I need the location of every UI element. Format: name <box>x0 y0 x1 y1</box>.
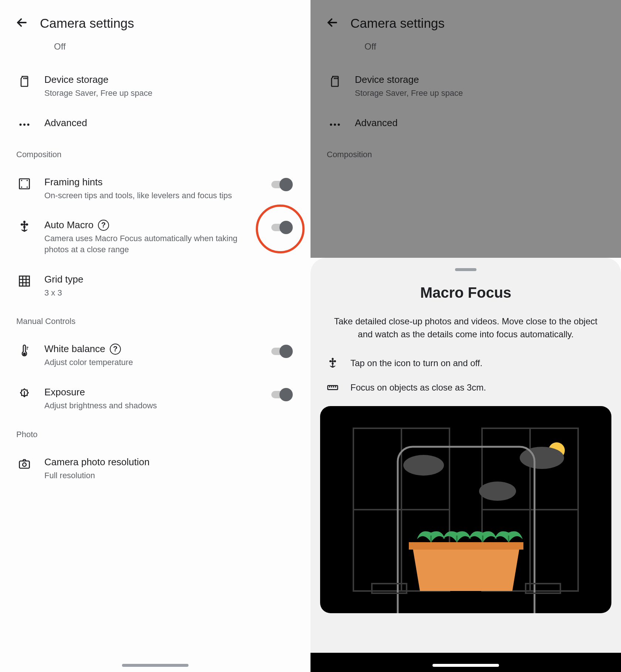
frame-icon <box>17 176 32 190</box>
macro-focus-sheet: Macro Focus Take detailed close-up photo… <box>310 258 621 672</box>
grid-icon <box>17 274 32 288</box>
row-subtitle: Full resolution <box>44 470 244 481</box>
row-framing-hints[interactable]: Framing hints On-screen tips and tools, … <box>0 176 310 201</box>
sheet-description: Take detailed close-up photos and videos… <box>333 315 599 341</box>
bottom-black-bar <box>310 653 621 672</box>
row-subtitle: Storage Saver, Free up space <box>44 88 244 99</box>
row-advanced[interactable]: Advanced <box>0 117 310 131</box>
modal-scrim[interactable] <box>310 0 621 258</box>
svg-point-5 <box>23 221 26 223</box>
flower-icon <box>325 357 340 369</box>
back-arrow-icon[interactable] <box>15 16 29 31</box>
sheet-tip-2: Focus on objects as close as 3cm. <box>320 382 611 394</box>
help-icon[interactable]: ? <box>110 344 121 355</box>
row-subtitle: Adjust brightness and shadows <box>44 400 244 411</box>
sd-card-icon <box>17 74 32 88</box>
svg-rect-11 <box>20 461 30 468</box>
previous-item-value: Off <box>0 41 310 52</box>
row-subtitle: Adjust color temperature <box>44 357 244 368</box>
row-grid-type[interactable]: Grid type 3 x 3 <box>0 274 310 298</box>
svg-point-0 <box>20 124 22 126</box>
svg-rect-3 <box>20 179 30 189</box>
svg-point-12 <box>23 463 26 466</box>
ruler-icon <box>325 382 340 394</box>
svg-rect-35 <box>409 542 523 550</box>
settings-panel-left: Camera settings Off Device storage Stora… <box>0 0 310 672</box>
toggle-framing-hints[interactable] <box>271 178 293 191</box>
nav-pill[interactable] <box>122 664 189 667</box>
sheet-tip-1: Tap on the icon to turn on and off. <box>320 357 611 369</box>
svg-point-7 <box>21 223 23 226</box>
svg-point-2 <box>27 124 30 126</box>
row-title: Camera photo resolution <box>44 456 299 468</box>
toggle-exposure[interactable] <box>271 388 293 401</box>
row-title: Auto Macro ? <box>44 219 299 231</box>
row-auto-macro[interactable]: Auto Macro ? Camera uses Macro Focus aut… <box>0 219 310 255</box>
svg-point-29 <box>403 455 444 476</box>
svg-point-31 <box>479 482 516 501</box>
settings-panel-right: Camera settings Off Device storage Stora… <box>310 0 621 672</box>
row-subtitle: Camera uses Macro Focus automatically wh… <box>44 233 244 255</box>
svg-point-8 <box>26 223 28 226</box>
wb-label: White balance <box>44 343 105 355</box>
dots-icon <box>17 117 32 131</box>
svg-point-19 <box>329 360 332 362</box>
section-photo: Photo <box>0 430 310 439</box>
svg-rect-34 <box>526 584 560 593</box>
svg-point-20 <box>334 360 336 362</box>
row-device-storage[interactable]: Device storage Storage Saver, Free up sp… <box>0 74 310 99</box>
row-subtitle: 3 x 3 <box>44 287 244 298</box>
row-title: Exposure <box>44 386 299 398</box>
svg-point-1 <box>23 124 26 126</box>
toggle-white-balance[interactable] <box>271 345 293 358</box>
header: Camera settings <box>0 0 310 41</box>
flower-icon <box>17 219 32 233</box>
page-title: Camera settings <box>40 16 134 31</box>
tip-text: Focus on objects as close as 3cm. <box>350 382 486 393</box>
row-exposure[interactable]: Exposure Adjust brightness and shadows <box>0 386 310 411</box>
camera-icon <box>17 456 32 470</box>
auto-macro-label: Auto Macro <box>44 219 94 231</box>
row-title: Device storage <box>44 74 299 85</box>
svg-point-17 <box>332 358 333 360</box>
row-white-balance[interactable]: White balance ? Adjust color temperature <box>0 343 310 368</box>
sheet-title: Macro Focus <box>320 284 611 301</box>
svg-point-16 <box>332 360 334 362</box>
svg-rect-9 <box>20 276 30 286</box>
row-title: Framing hints <box>44 176 299 188</box>
row-camera-resolution[interactable]: Camera photo resolution Full resolution <box>0 456 310 481</box>
toggle-auto-macro[interactable] <box>271 221 293 234</box>
svg-point-4 <box>23 223 26 226</box>
nav-pill[interactable] <box>432 664 499 667</box>
svg-point-10 <box>24 353 26 355</box>
macro-illustration <box>320 406 611 613</box>
row-title: Grid type <box>44 274 299 285</box>
sheet-drag-handle[interactable] <box>455 268 476 271</box>
thermometer-icon <box>17 343 32 357</box>
svg-point-30 <box>520 447 564 469</box>
brightness-icon <box>17 386 32 401</box>
help-icon[interactable]: ? <box>98 220 109 231</box>
tip-text: Tap on the icon to turn on and off. <box>350 358 482 368</box>
row-subtitle: On-screen tips and tools, like levelers … <box>44 190 244 201</box>
section-manual-controls: Manual Controls <box>0 317 310 326</box>
section-composition: Composition <box>0 150 310 159</box>
row-title: White balance ? <box>44 343 299 355</box>
row-title: Advanced <box>44 117 299 129</box>
